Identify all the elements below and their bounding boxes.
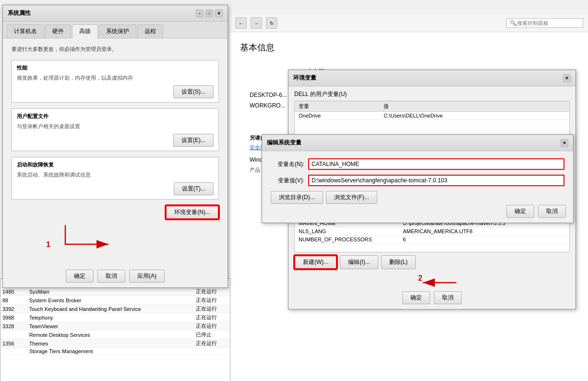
startup-settings-button[interactable]: 设置(T)...	[174, 182, 214, 195]
warn-text: 要进行大多数更改，你必须作为管理员登录。	[12, 46, 219, 53]
envvar-close-button[interactable]: ✕	[563, 74, 571, 82]
sysprop-title: 系统属性	[8, 9, 31, 17]
sysprop-ok-button[interactable]: 确定	[66, 270, 94, 283]
arrow-to-env	[51, 220, 123, 259]
maximize-button[interactable]: □	[205, 10, 213, 17]
titlebar-buttons: – □ ✕	[196, 10, 223, 17]
userprofile-settings-button[interactable]: 设置(E)...	[173, 134, 214, 147]
user-val-col-header: 值	[380, 101, 569, 112]
sys-var-row[interactable]: NLS_LANG AMERICAN_AMERICA.UTF8	[295, 227, 569, 236]
editsys-cancel-button[interactable]: 取消	[538, 205, 566, 218]
editsys-footer: 确定 取消	[506, 205, 566, 218]
envvar-title: 环境变量	[293, 74, 316, 82]
svc-pid: 3328	[0, 322, 27, 331]
tab-hardware[interactable]: 硬件	[45, 24, 71, 38]
svc-name: Touch Keyboard and Handwriting Panel Ser…	[27, 305, 194, 313]
sysprop-body: 要进行大多数更改，你必须作为管理员登录。 性能 视觉效果，处理器计划，内存使用，…	[3, 38, 228, 226]
user-var-val: C:\Users\DELL\OneDrive	[380, 112, 569, 120]
user-vars-title: DELL 的用户变量(U)	[294, 90, 570, 98]
svc-status: 正在运行	[194, 287, 230, 296]
user-var-col-header: 变量	[295, 101, 380, 112]
services-row: 1480 SysMain 正在运行	[0, 287, 230, 296]
varvalue-input[interactable]	[308, 175, 564, 186]
envvar-cancel-button[interactable]: 取消	[434, 291, 462, 304]
perf-desc: 视觉效果，处理器计划，内存使用，以及虚拟内存	[17, 74, 214, 82]
sysprop-footer: 确定 取消 应用(A)	[3, 270, 228, 283]
varvalue-row: 变量值(V):	[271, 175, 564, 186]
sysprop-dialog: 系统属性 – □ ✕ 计算机名 硬件 高级 系统保护 远程 要进行大多数更改，你…	[2, 5, 228, 288]
nav-refresh-button[interactable]: ↻	[266, 17, 277, 29]
tab-computername[interactable]: 计算机名	[7, 24, 44, 38]
perf-title: 性能	[17, 64, 214, 71]
services-row: Storage Tiers Management	[0, 348, 230, 355]
tab-sysprotect[interactable]: 系统保护	[99, 24, 136, 38]
workgroup: WORKGRO...	[250, 102, 286, 109]
perf-settings-button[interactable]: 设置(S)...	[173, 85, 214, 98]
svc-status: 已停止	[194, 331, 230, 339]
envvar-titlebar: 环境变量 ✕	[288, 70, 576, 86]
services-window: 10616 Sh 已停止1480 SysMain 正在运行88 System E…	[0, 278, 230, 381]
editsys-close-button[interactable]: ✕	[561, 139, 568, 147]
services-row: 88 System Events Broker 正在运行	[0, 296, 230, 305]
nav-back-button[interactable]: ←	[235, 17, 247, 29]
sysprop-cancel-button[interactable]: 取消	[97, 270, 125, 283]
close-button[interactable]: ✕	[215, 10, 223, 17]
svc-pid	[0, 331, 27, 339]
svc-status: 正在运行	[194, 305, 230, 313]
sys-var-val: 6	[399, 236, 569, 244]
svc-pid: 1356	[0, 339, 27, 348]
envvar-ok-button[interactable]: 确定	[402, 291, 430, 304]
editsys-dialog: 编辑系统变量 ✕ 变量名(N): 变量值(V): 浏览目录(D)... 浏览文件…	[262, 134, 574, 223]
svc-status	[194, 348, 230, 355]
browse-dir-button[interactable]: 浏览目录(D)...	[271, 191, 323, 204]
userprofile-section: 用户配置文件 与登录帐户相关的桌面设置 设置(E)...	[12, 108, 219, 151]
sys-var-name: NUMBER_OF_PROCESSORS	[295, 236, 399, 244]
svc-name: Remote Desktop Services	[27, 331, 194, 339]
startup-desc: 系统启动、系统故障和调试信息	[17, 171, 214, 179]
sys-new-button[interactable]: 新建(W)...	[294, 255, 337, 269]
editsys-ok-button[interactable]: 确定	[506, 205, 534, 218]
svc-pid: 3392	[0, 305, 27, 313]
user-var-row[interactable]: OneDrive C:\Users\DELL\OneDrive	[295, 112, 569, 120]
minimize-button[interactable]: –	[196, 10, 204, 17]
sysprop-apply-button[interactable]: 应用(A)	[129, 270, 165, 283]
varname-row: 变量名(N):	[271, 158, 564, 170]
search-box[interactable]: 🔍	[506, 18, 583, 28]
arrow-to-new	[418, 263, 466, 287]
varvalue-label: 变量值(V):	[271, 177, 304, 185]
sys-delete-button[interactable]: 删除(L)	[381, 255, 416, 269]
varname-input[interactable]	[308, 158, 564, 170]
search-icon: 🔍	[510, 20, 517, 26]
services-row: 3988 Telephony 正在运行	[0, 313, 230, 322]
editsys-body: 变量名(N): 变量值(V): 浏览目录(D)... 浏览文件(F)...	[262, 151, 573, 211]
sys-edit-button[interactable]: 编辑(I)...	[340, 255, 378, 269]
services-row: 3328 TeamViewer 正在运行	[0, 322, 230, 331]
sys-var-val: AMERICAN_AMERICA.UTF8	[399, 227, 569, 236]
nav-forward-button[interactable]: →	[251, 17, 262, 29]
tab-advanced[interactable]: 高级	[72, 24, 98, 38]
editsys-title: 编辑系统变量	[267, 139, 301, 147]
startup-title: 启动和故障恢复	[17, 161, 214, 168]
user-vars-header-row: 变量 值	[295, 101, 569, 112]
sys-var-row[interactable]: NUMBER_OF_PROCESSORS 6	[295, 236, 569, 244]
user-var-name: OneDrive	[295, 112, 380, 120]
perf-btn-row: 设置(S)...	[17, 85, 214, 98]
services-table: 10616 Sh 已停止1480 SysMain 正在运行88 System E…	[0, 279, 230, 355]
svc-status: 正在运行	[194, 296, 230, 305]
browse-file-button[interactable]: 浏览文件(F)...	[326, 191, 377, 204]
sysprop-titlebar: 系统属性 – □ ✕	[3, 5, 228, 22]
userprofile-btn-row: 设置(E)...	[17, 134, 214, 147]
services-row: 1356 Themes 正在运行	[0, 339, 230, 348]
env-btn-container: 环境变量(N)...	[12, 205, 219, 219]
envvar-titlebar-buttons: ✕	[563, 74, 571, 82]
control-panel-header: ← → ↻ 🔍	[230, 14, 588, 32]
tab-remote[interactable]: 远程	[137, 24, 163, 38]
svc-pid: 88	[0, 296, 27, 305]
annotation-1: 1	[46, 240, 50, 249]
svc-name: TeamViewer	[27, 322, 194, 331]
search-input[interactable]	[517, 20, 579, 26]
env-variables-button[interactable]: 环境变量(N)...	[166, 205, 219, 219]
svc-status: 正在运行	[194, 313, 230, 322]
startup-btn-row: 设置(T)...	[17, 182, 214, 195]
svc-pid	[0, 348, 27, 355]
